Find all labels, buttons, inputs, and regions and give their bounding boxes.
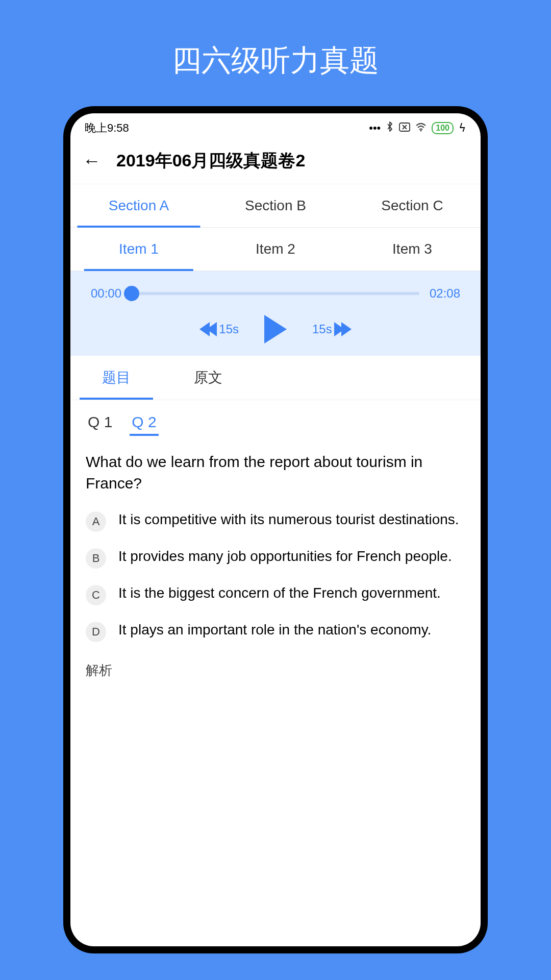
close-box-icon [399, 121, 410, 135]
tab-q1[interactable]: Q 1 [86, 410, 114, 436]
rewind-label: 15s [219, 322, 239, 336]
phone-screen: 晚上9:58 ••• 100 ϟ ← 2019年06月四级真题卷2 S [70, 113, 481, 946]
charging-icon: ϟ [459, 121, 466, 135]
option-text: It is the biggest concern of the French … [118, 583, 441, 603]
status-time: 晚上9:58 [85, 120, 129, 136]
play-button[interactable] [264, 315, 287, 344]
status-icons: ••• 100 ϟ [369, 121, 466, 135]
progress-thumb[interactable] [124, 286, 139, 301]
audio-progress-bar[interactable] [132, 292, 419, 295]
svg-point-1 [420, 130, 422, 132]
forward-label: 15s [312, 322, 332, 336]
app-header: ← 2019年06月四级真题卷2 [70, 140, 481, 184]
bluetooth-icon [386, 121, 394, 135]
option-text: It is competitive with its numerous tour… [118, 509, 459, 529]
content-tabs: 题目 原文 [70, 356, 481, 400]
tab-item-2[interactable]: Item 2 [207, 228, 344, 271]
rewind-15s-button[interactable]: 15s [199, 322, 239, 336]
tab-question[interactable]: 题目 [70, 356, 162, 400]
total-time: 02:08 [430, 286, 460, 301]
forward-icon [337, 322, 352, 336]
option-text: It plays an important role in the nation… [118, 620, 431, 640]
tab-section-a[interactable]: Section A [70, 184, 207, 227]
option-a[interactable]: A It is competitive with its numerous to… [86, 509, 465, 532]
question-number-tabs: Q 1 Q 2 [86, 410, 465, 436]
question-text: What do we learn from the report about t… [86, 451, 465, 494]
rewind-icon [199, 322, 214, 336]
option-badge: C [86, 585, 106, 605]
audio-player: 00:00 02:08 15s 15s [70, 271, 481, 356]
phone-frame: 晚上9:58 ••• 100 ϟ ← 2019年06月四级真题卷2 S [63, 106, 488, 953]
option-badge: B [86, 548, 106, 569]
section-tabs: Section A Section B Section C [70, 184, 481, 228]
option-c[interactable]: C It is the biggest concern of the Frenc… [86, 583, 465, 605]
tab-q2[interactable]: Q 2 [130, 410, 158, 436]
tab-section-b[interactable]: Section B [207, 184, 344, 227]
more-icon: ••• [369, 121, 381, 135]
status-bar: 晚上9:58 ••• 100 ϟ [70, 113, 481, 140]
tab-section-c[interactable]: Section C [344, 184, 481, 227]
option-b[interactable]: B It provides many job opportunities for… [86, 546, 465, 569]
option-badge: A [86, 511, 106, 532]
option-text: It provides many job opportunities for F… [118, 546, 452, 566]
forward-15s-button[interactable]: 15s [312, 322, 352, 336]
back-arrow-icon[interactable]: ← [83, 150, 101, 172]
player-controls: 15s 15s [91, 315, 460, 344]
page-title: 2019年06月四级真题卷2 [116, 149, 468, 173]
current-time: 00:00 [91, 286, 121, 301]
analysis-label[interactable]: 解析 [86, 656, 465, 679]
item-tabs: Item 1 Item 2 Item 3 [70, 228, 481, 271]
question-area: Q 1 Q 2 What do we learn from the report… [70, 400, 481, 690]
audio-progress-row: 00:00 02:08 [91, 286, 460, 301]
option-d[interactable]: D It plays an important role in the nati… [86, 620, 465, 642]
promo-title: 四六级听力真题 [0, 0, 551, 106]
tab-item-1[interactable]: Item 1 [70, 228, 207, 271]
tab-transcript[interactable]: 原文 [162, 356, 254, 400]
option-badge: D [86, 622, 106, 642]
tab-item-3[interactable]: Item 3 [344, 228, 481, 271]
battery-icon: 100 [432, 122, 454, 134]
wifi-icon [415, 121, 427, 135]
